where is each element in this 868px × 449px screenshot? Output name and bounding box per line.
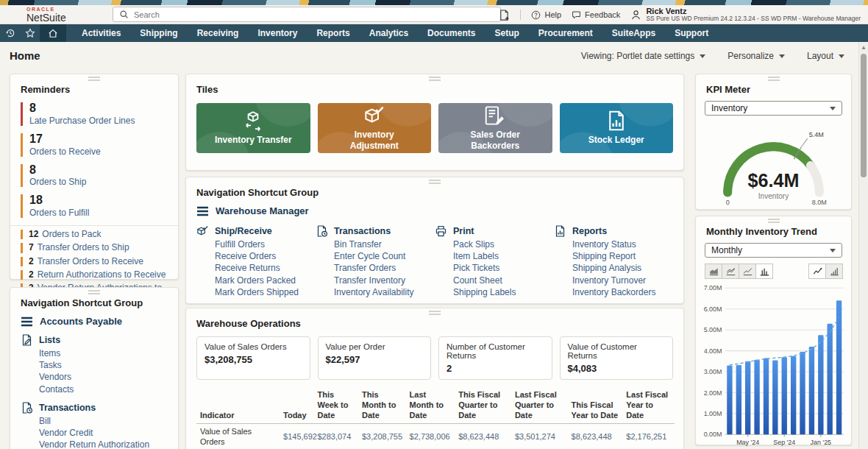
shortcut-group-label[interactable]: Accounts Payable (10, 308, 178, 327)
vertical-scrollbar[interactable]: ▲ (858, 42, 868, 449)
ops-value-cell[interactable]: $3,501,274 (511, 424, 568, 449)
nsg-link-transfer-orders[interactable]: Transfer Orders (334, 264, 435, 273)
chart-type-multi-line-chart-button[interactable] (722, 264, 739, 279)
personalize-dropdown[interactable]: Personalize (728, 51, 785, 61)
nsg-link-tasks[interactable]: Tasks (39, 361, 168, 370)
tile-sales-order-backorders[interactable]: Sales Order Backorders (438, 103, 552, 153)
nsg-link-pack-slips[interactable]: Pack Slips (453, 240, 554, 250)
ops-value-cell[interactable]: $145,692 (280, 424, 313, 449)
new-document-icon[interactable] (499, 10, 510, 21)
nav-item-setup[interactable]: Setup (485, 28, 528, 38)
reminder-orders-to-ship[interactable]: 8 Orders to Ship (21, 164, 178, 188)
feedback-icon (572, 10, 581, 20)
trend-period-select[interactable]: Monthly (705, 243, 842, 258)
portlet-drag-handle[interactable] (768, 219, 780, 223)
nav-item-activities[interactable]: Activities (72, 28, 130, 38)
scroll-up-arrow[interactable]: ▲ (859, 42, 868, 51)
reminder-transfer-orders-to-ship[interactable]: 7Transfer Orders to Ship (21, 243, 178, 252)
bar-jun-24 (754, 360, 759, 435)
nsg-link-bill[interactable]: Bill (39, 417, 168, 426)
reminder-late-purchase-order-lines[interactable]: 8 Late Purchase Order Lines (21, 102, 178, 126)
ops-value-cell[interactable]: $8,623,448 (568, 424, 623, 449)
user-menu[interactable]: Rick Ventz SS Pure US WD Premium 24.2 12… (630, 7, 861, 23)
nsg-link-contacts[interactable]: Contacts (39, 385, 168, 395)
layout-dropdown[interactable]: Layout (807, 51, 844, 61)
nsg-link-mark-orders-packed[interactable]: Mark Orders Packed (215, 276, 316, 286)
nav-item-suiteapps[interactable]: SuiteApps (602, 28, 665, 38)
portlet-drag-handle[interactable] (88, 77, 100, 81)
nsg-link-fulfill-orders[interactable]: Fulfill Orders (215, 240, 316, 250)
nsg-link-pick-tickets[interactable]: Pick Tickets (453, 264, 554, 273)
nav-item-support[interactable]: Support (665, 28, 718, 38)
feedback-button[interactable]: Feedback (572, 10, 620, 20)
chart-type-bar-chart-button[interactable] (755, 264, 773, 279)
chart-type-area-chart-button[interactable] (705, 264, 722, 279)
scrollbar-thumb[interactable] (861, 54, 867, 177)
portlet-drag-handle[interactable] (429, 180, 441, 184)
page-title: Home (10, 49, 40, 62)
nsg-link-shipping-report[interactable]: Shipping Report (572, 252, 673, 261)
ops-value-cell[interactable]: $2,738,006 (406, 424, 455, 449)
reminder-orders-to-pack[interactable]: 12Orders to Pack (21, 230, 178, 239)
ops-value-cell[interactable]: $3,208,755 (358, 424, 406, 449)
help-button[interactable]: Help (531, 10, 561, 20)
nsg-link-vendor-return-authorization[interactable]: Vendor Return Authorization (39, 440, 168, 449)
nsg-link-item-labels[interactable]: Item Labels (453, 252, 554, 261)
nsg-link-vendors[interactable]: Vendors (39, 372, 168, 382)
nsg-link-mark-orders-shipped[interactable]: Mark Orders Shipped (215, 288, 316, 297)
tile-stock-ledger[interactable]: Stock Ledger (560, 103, 674, 153)
tile-inventory-adjustment[interactable]: Inventory Adjustment (318, 103, 432, 153)
viewing-dropdown[interactable]: Viewing: Portlet date settings (581, 51, 706, 61)
nav-item-analytics[interactable]: Analytics (360, 28, 418, 38)
nsg-link-vendor-credit[interactable]: Vendor Credit (39, 428, 168, 438)
nsg-link-items[interactable]: Items (39, 349, 168, 358)
nsg-link-receive-returns[interactable]: Receive Returns (215, 264, 316, 273)
ops-value-cell[interactable]: $283,074 (313, 424, 358, 449)
nav-item-documents[interactable]: Documents (418, 28, 485, 38)
home-button[interactable] (40, 24, 66, 42)
reminder-transfer-orders-to-receive[interactable]: 2Transfer Orders to Receive (21, 257, 178, 266)
nsg-link-inventory-availability[interactable]: Inventory Availability (334, 288, 435, 297)
hamburger-icon (21, 317, 33, 327)
reminder-count: 8 (29, 102, 178, 115)
chart-type-line-trend-button[interactable] (808, 264, 826, 279)
nsg-link-count-sheet[interactable]: Count Sheet (453, 276, 554, 286)
nsg-link-enter-cycle-count[interactable]: Enter Cycle Count (334, 252, 435, 261)
ops-indicator: Value of Sales Orders (196, 424, 280, 449)
svg-text:Jan '25: Jan '25 (811, 439, 832, 446)
ops-value-cell[interactable]: $2,176,251 (622, 424, 675, 449)
nav-item-receiving[interactable]: Receiving (188, 28, 249, 38)
reminder-return-authorizations-to-receive[interactable]: 2Return Authorizations to Receive (21, 270, 178, 280)
portlet-drag-handle[interactable] (429, 311, 441, 315)
shortcut-group-label[interactable]: Warehouse Manager (186, 198, 683, 216)
search-input[interactable] (134, 10, 494, 19)
reminder-orders-to-fulfill[interactable]: 18 Orders to Fulfill (21, 194, 178, 218)
tile-inventory-transfer[interactable]: Inventory Transfer (196, 103, 310, 153)
nsg-link-shipping-labels[interactable]: Shipping Labels (453, 288, 554, 297)
recent-records-button[interactable] (0, 24, 20, 42)
nav-item-reports[interactable]: Reports (307, 28, 359, 38)
portlet-drag-handle[interactable] (88, 290, 100, 294)
nsg-link-inventory-status[interactable]: Inventory Status (572, 240, 673, 250)
nsg-link-inventory-backorders[interactable]: Inventory Backorders (572, 288, 673, 297)
ops-col-this-month-to-date: This Month to Date (358, 387, 406, 424)
nsg-link-inventory-turnover[interactable]: Inventory Turnover (572, 276, 673, 286)
nav-item-procurement[interactable]: Procurement (529, 28, 602, 38)
nsg-link-receive-orders[interactable]: Receive Orders (215, 252, 316, 261)
gauge-threshold-label: 5.4M (809, 131, 824, 138)
portlet-monthly-inventory-trend: Monthly Inventory Trend Monthly 0.00M1.0… (695, 216, 852, 445)
chart-type-bar-growth-button[interactable] (825, 264, 843, 279)
portlet-drag-handle[interactable] (768, 77, 780, 81)
nsg-link-transfer-inventory[interactable]: Transfer Inventory (334, 276, 435, 286)
nav-item-shipping[interactable]: Shipping (130, 28, 187, 38)
global-search[interactable] (113, 7, 501, 22)
chart-type-line-chart-button[interactable] (739, 264, 756, 279)
shortcuts-star-button[interactable] (20, 24, 40, 42)
nsg-link-bin-transfer[interactable]: Bin Transfer (334, 240, 435, 250)
kpi-metric-select[interactable]: Inventory (705, 101, 842, 116)
nav-item-inventory[interactable]: Inventory (248, 28, 307, 38)
ops-value-cell[interactable]: $8,623,448 (455, 424, 511, 449)
nsg-link-shipping-analysis[interactable]: Shipping Analysis (572, 264, 673, 273)
reminder-orders-to-receive[interactable]: 17 Orders to Receive (21, 133, 178, 157)
portlet-drag-handle[interactable] (429, 77, 441, 81)
